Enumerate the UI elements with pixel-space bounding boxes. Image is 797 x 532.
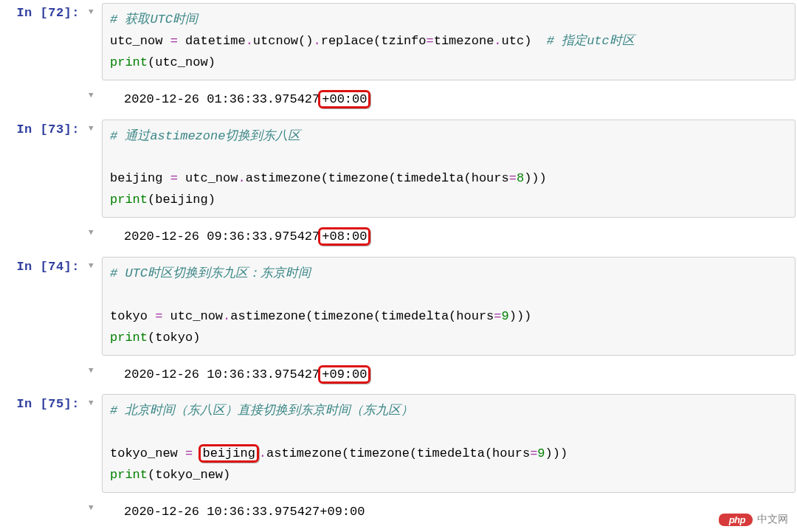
code-token: = xyxy=(494,309,501,323)
code-token: utcnow() xyxy=(253,34,314,48)
output-cell: ▼2020-12-26 10:36:33.975427+09:00 xyxy=(0,496,797,529)
code-cell: In [73]:▼# 通过astimezone切换到东八区 beijing = … xyxy=(0,117,797,221)
code-token: = xyxy=(185,446,193,460)
code-line xyxy=(110,285,787,306)
output-text: 2020-12-26 10:36:33.975427+09:00 xyxy=(102,359,797,392)
output-prefix: 2020-12-26 10:36:33.975427 xyxy=(124,367,320,381)
code-token: = xyxy=(170,171,178,185)
code-line: # 获取UTC时间 xyxy=(110,10,787,31)
code-token: beijing xyxy=(110,171,170,185)
output-text: 2020-12-26 01:36:33.975427+00:00 xyxy=(102,83,797,117)
code-input[interactable]: # UTC时区切换到东九区：东京时间 tokyo = utc_now.astim… xyxy=(102,257,796,356)
code-line: print(beijing) xyxy=(110,190,787,211)
code-token: 8 xyxy=(517,171,524,185)
code-token: tokyo_new xyxy=(110,446,185,460)
code-token: ))) xyxy=(509,309,532,323)
code-token: utc) xyxy=(502,34,547,48)
code-token: print xyxy=(110,468,148,482)
code-token: datetime xyxy=(178,34,246,48)
code-line: tokyo_new = beijing.astimezone(timezone(… xyxy=(110,443,787,465)
code-line: # UTC时区切换到东九区：东京时间 xyxy=(110,263,787,285)
output-text: 2020-12-26 09:36:33.975427+08:00 xyxy=(102,221,797,254)
code-token: ))) xyxy=(545,446,568,460)
code-token: . xyxy=(259,446,266,460)
code-cell: In [72]:▼# 获取UTC时间utc_now = datetime.utc… xyxy=(0,0,797,83)
code-line: tokyo = utc_now.astimezone(timezone(time… xyxy=(110,306,787,328)
code-line: print(tokyo) xyxy=(110,328,787,349)
code-token: astimezone(timezone(timedelta(hours xyxy=(246,171,509,185)
input-prompt: In [74]: xyxy=(0,254,89,274)
watermark: php 中文网 xyxy=(719,513,788,526)
code-line xyxy=(110,422,787,443)
code-token: astimezone(timezone(timedelta(hours xyxy=(230,309,494,323)
code-token: (tokyo) xyxy=(148,331,200,345)
output-cell: ▼2020-12-26 01:36:33.975427+00:00 xyxy=(0,83,797,117)
code-token: # 通过astimezone切换到东八区 xyxy=(110,129,300,143)
code-token: tokyo xyxy=(110,309,155,323)
code-input[interactable]: # 获取UTC时间utc_now = datetime.utcnow().rep… xyxy=(102,3,796,80)
code-token: utc_now xyxy=(162,309,223,323)
code-line: print(tokyo_new) xyxy=(110,465,787,486)
collapse-icon[interactable]: ▼ xyxy=(89,83,102,100)
code-token: # 北京时间（东八区）直接切换到东京时间（东九区） xyxy=(110,404,413,418)
code-token: # UTC时区切换到东九区：东京时间 xyxy=(110,266,311,280)
code-token: = xyxy=(530,446,537,460)
collapse-icon[interactable]: ▼ xyxy=(89,117,102,133)
input-prompt: In [73]: xyxy=(0,117,89,137)
collapse-icon[interactable]: ▼ xyxy=(89,391,102,407)
code-input[interactable]: # 北京时间（东八区）直接切换到东京时间（东九区） tokyo_new = be… xyxy=(102,394,796,493)
output-cell: ▼2020-12-26 09:36:33.975427+08:00 xyxy=(0,221,797,254)
code-token: 9 xyxy=(537,446,545,460)
code-cell: In [75]:▼# 北京时间（东八区）直接切换到东京时间（东九区） tokyo… xyxy=(0,391,797,496)
code-token: (beijing) xyxy=(148,193,215,207)
highlighted-token: beijing xyxy=(199,444,258,463)
code-token: = xyxy=(427,34,434,48)
code-token: (utc_now) xyxy=(148,55,215,69)
code-token: utc_now xyxy=(110,34,170,48)
code-token: . xyxy=(223,309,230,323)
code-token: print xyxy=(110,55,148,69)
code-token: print xyxy=(110,331,148,345)
code-token: (tokyo_new) xyxy=(148,468,230,482)
code-token: astimezone(timezone(timedelta(hours xyxy=(266,446,530,460)
output-prefix: 2020-12-26 01:36:33.975427 xyxy=(124,92,320,106)
input-prompt: In [75]: xyxy=(0,391,89,411)
code-token: 9 xyxy=(502,309,509,323)
code-token: = xyxy=(155,309,162,323)
collapse-icon[interactable]: ▼ xyxy=(89,496,102,512)
code-token: . xyxy=(238,171,245,185)
code-line: utc_now = datetime.utcnow().replace(tzin… xyxy=(110,31,787,52)
code-token: = xyxy=(509,171,517,185)
code-token: . xyxy=(494,34,501,48)
watermark-text: 中文网 xyxy=(757,513,788,526)
code-token: # 指定utc时区 xyxy=(547,34,635,48)
code-input[interactable]: # 通过astimezone切换到东八区 beijing = utc_now.a… xyxy=(102,120,796,218)
collapse-icon[interactable]: ▼ xyxy=(89,0,102,16)
collapse-icon[interactable]: ▼ xyxy=(89,221,102,237)
output-text: 2020-12-26 10:36:33.975427+09:00 xyxy=(102,496,797,529)
collapse-icon[interactable]: ▼ xyxy=(89,254,102,270)
code-token: replace(tzinfo xyxy=(321,34,427,48)
code-token: print xyxy=(110,193,148,207)
code-token: = xyxy=(170,34,178,48)
output-prefix: 2020-12-26 09:36:33.975427 xyxy=(124,229,320,243)
output-prefix: 2020-12-26 10:36:33.975427+09:00 xyxy=(124,505,365,519)
code-token: timezone xyxy=(434,34,494,48)
code-token: . xyxy=(313,34,320,48)
code-line: print(utc_now) xyxy=(110,52,787,74)
code-line: # 通过astimezone切换到东八区 xyxy=(110,126,787,148)
code-line: beijing = utc_now.astimezone(timezone(ti… xyxy=(110,168,787,190)
code-token: . xyxy=(246,34,253,48)
code-token: ))) xyxy=(524,171,547,185)
code-line: # 北京时间（东八区）直接切换到东京时间（东九区） xyxy=(110,401,787,422)
output-highlight: +09:00 xyxy=(318,365,370,384)
code-line xyxy=(110,147,787,168)
code-token: utc_now xyxy=(178,171,238,185)
code-cell: In [74]:▼# UTC时区切换到东九区：东京时间 tokyo = utc_… xyxy=(0,254,797,359)
input-prompt: In [72]: xyxy=(0,0,89,20)
output-highlight: +00:00 xyxy=(318,90,370,108)
code-token: # 获取UTC时间 xyxy=(110,13,198,27)
output-highlight: +08:00 xyxy=(318,227,370,246)
collapse-icon[interactable]: ▼ xyxy=(89,359,102,375)
output-cell: ▼2020-12-26 10:36:33.975427+09:00 xyxy=(0,359,797,392)
